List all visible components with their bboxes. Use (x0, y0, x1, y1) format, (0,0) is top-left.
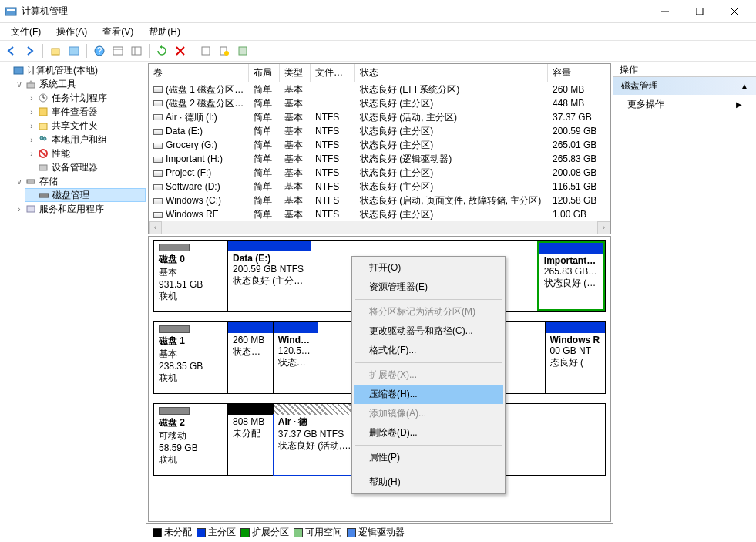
disk-label[interactable]: 磁盘 1基本238.35 GB联机 (153, 321, 227, 394)
chevron-right-icon: ▶ (736, 100, 742, 109)
svg-rect-10 (113, 47, 123, 55)
volume-row[interactable]: Grocery (G:)简单基本NTFS状态良好 (主分区)265.01 GB (149, 138, 610, 152)
scroll-left-button[interactable]: ‹ (149, 221, 162, 234)
partition[interactable]: Window120.58 G状态良好 (273, 322, 318, 393)
disk-icon (159, 244, 190, 251)
volume-row[interactable]: Data (E:)简单基本NTFS状态良好 (主分区)200.59 GB (149, 124, 610, 138)
ctx-delete[interactable]: 删除卷(D)... (354, 423, 503, 443)
partition[interactable]: Important (H:)265.83 GB NTFS状态良好 (逻辑驱 (537, 241, 605, 311)
volume-icon (153, 155, 163, 164)
ctx-help[interactable]: 帮助(H) (354, 473, 503, 492)
legend: 未分配 主分区 扩展分区 可用空间 逻辑驱动器 (146, 523, 613, 540)
scroll-right-button[interactable]: › (597, 221, 610, 234)
svg-rect-26 (39, 123, 47, 130)
volume-row[interactable]: Windows RE简单基本NTFS状态良好 (主分区)1.00 GB (149, 207, 610, 221)
volume-row[interactable]: Important (H:)简单基本NTFS状态良好 (逻辑驱动器)265.83… (149, 152, 610, 166)
menu-action[interactable]: 操作(A) (50, 24, 93, 40)
menu-file[interactable]: 文件(F) (5, 24, 47, 40)
back-button[interactable] (3, 42, 20, 59)
menu-view[interactable]: 查看(V) (96, 24, 139, 40)
view-list-button[interactable] (109, 42, 126, 59)
ctx-extend[interactable]: 扩展卷(X)... (354, 365, 503, 385)
volume-list-header: 卷 布局 类型 文件系统 状态 容量 (149, 64, 610, 82)
settings-button[interactable] (234, 42, 251, 59)
ctx-add-mirror[interactable]: 添加镜像(A)... (354, 404, 503, 423)
svg-line-30 (40, 150, 46, 157)
partition[interactable]: Data (E:)200.59 GB NTFS状态良好 (主分区) (227, 241, 311, 311)
ctx-explorer[interactable]: 资源管理器(E) (354, 278, 503, 297)
tree-diskmgmt[interactable]: 磁盘管理 (25, 188, 146, 202)
ctx-format[interactable]: 格式化(F)... (354, 341, 503, 360)
navigation-tree: 计算机管理(本地) v系统工具 ›任务计划程序 ›事件查看器 ›共享文件夹 ›本… (0, 62, 146, 540)
show-hide-button[interactable] (66, 42, 82, 59)
col-fs[interactable]: 文件系统 (311, 64, 355, 82)
partition[interactable]: Air · 德37.37 GB NTFS状态良好 (活动, 主 (273, 404, 356, 475)
tree-systools[interactable]: v系统工具 (12, 77, 146, 91)
toolbar: ? (0, 40, 756, 62)
h-scrollbar[interactable]: ‹ › (149, 221, 610, 234)
volume-icon (153, 197, 163, 206)
properties-button[interactable] (197, 42, 214, 59)
disk-label[interactable]: 磁盘 2可移动58.59 GB联机 (153, 403, 227, 476)
col-capacity[interactable]: 容量 (548, 64, 610, 82)
svg-point-18 (224, 51, 229, 56)
new-button[interactable] (216, 42, 233, 59)
tree-scheduler[interactable]: ›任务计划程序 (25, 91, 146, 105)
maximize-button[interactable] (682, 1, 717, 22)
tree-root[interactable]: 计算机管理(本地) (0, 63, 146, 77)
context-menu: 打开(O) 资源管理器(E) 将分区标记为活动分区(M) 更改驱动器号和路径(C… (351, 256, 506, 494)
view-detail-button[interactable] (128, 42, 145, 59)
ctx-shrink[interactable]: 压缩卷(H)... (354, 385, 503, 404)
volume-icon (153, 99, 163, 108)
volume-row[interactable]: Windows (C:)简单基本NTFS状态良好 (启动, 页面文件, 故障转储… (149, 194, 610, 207)
svg-point-27 (40, 136, 43, 140)
ctx-change-drive-letter[interactable]: 更改驱动器号和路径(C)... (354, 321, 503, 341)
forward-button[interactable] (22, 42, 39, 59)
tree-users[interactable]: ›本地用户和组 (25, 133, 146, 146)
tree-storage[interactable]: v存储 (12, 174, 146, 188)
svg-rect-32 (27, 180, 35, 183)
up-button[interactable] (47, 42, 64, 59)
col-layout[interactable]: 布局 (249, 64, 280, 82)
ctx-properties[interactable]: 属性(P) (354, 448, 503, 467)
col-status[interactable]: 状态 (355, 64, 548, 82)
partition[interactable]: 808 MB未分配 (227, 404, 273, 475)
disk-icon (159, 325, 190, 333)
volume-row[interactable]: (磁盘 1 磁盘分区 1)简单基本状态良好 (EFI 系统分区)260 MB (149, 82, 610, 96)
volume-row[interactable]: (磁盘 2 磁盘分区 3)简单基本状态良好 (主分区)448 MB (149, 96, 610, 110)
minimize-button[interactable] (647, 1, 682, 22)
actions-more[interactable]: 更多操作▶ (613, 95, 756, 114)
tree-perf[interactable]: ›性能 (25, 146, 146, 160)
svg-rect-25 (39, 108, 47, 116)
help-button[interactable]: ? (91, 42, 108, 59)
col-volume[interactable]: 卷 (149, 64, 249, 82)
ctx-open[interactable]: 打开(O) (354, 258, 503, 278)
partition[interactable]: Windows R00 GB NT态良好 ( (545, 322, 605, 393)
disk-label[interactable]: 磁盘 0基本931.51 GB联机 (153, 240, 227, 312)
delete-button[interactable] (172, 42, 189, 59)
close-button[interactable] (717, 1, 751, 22)
svg-rect-31 (39, 165, 47, 170)
ctx-mark-active[interactable]: 将分区标记为活动分区(M) (354, 302, 503, 321)
actions-context[interactable]: 磁盘管理▲ (613, 77, 756, 95)
volume-icon (153, 141, 163, 150)
col-type[interactable]: 类型 (280, 64, 311, 82)
tree-devmgr[interactable]: 设备管理器 (25, 160, 146, 174)
menu-help[interactable]: 帮助(H) (143, 24, 186, 40)
volume-icon (153, 183, 163, 192)
volume-icon (153, 127, 163, 136)
svg-rect-3 (696, 8, 703, 15)
tree-shared[interactable]: ›共享文件夹 (25, 119, 146, 133)
partition[interactable]: 260 MB状态良好 (227, 322, 273, 393)
volume-row[interactable]: Air · 德顺 (I:)简单基本NTFS状态良好 (活动, 主分区)37.37… (149, 110, 610, 124)
volume-row[interactable]: Software (D:)简单基本NTFS状态良好 (主分区)116.51 GB (149, 180, 610, 194)
svg-rect-12 (132, 47, 141, 55)
volume-icon (153, 113, 163, 122)
refresh-button[interactable] (153, 42, 170, 59)
actions-title: 操作 (613, 62, 756, 77)
svg-rect-16 (202, 47, 210, 55)
tree-eventviewer[interactable]: ›事件查看器 (25, 105, 146, 119)
volume-row[interactable]: Project (F:)简单基本NTFS状态良好 (主分区)200.08 GB (149, 166, 610, 180)
svg-rect-0 (5, 8, 16, 15)
tree-services[interactable]: ›服务和应用程序 (12, 202, 146, 216)
